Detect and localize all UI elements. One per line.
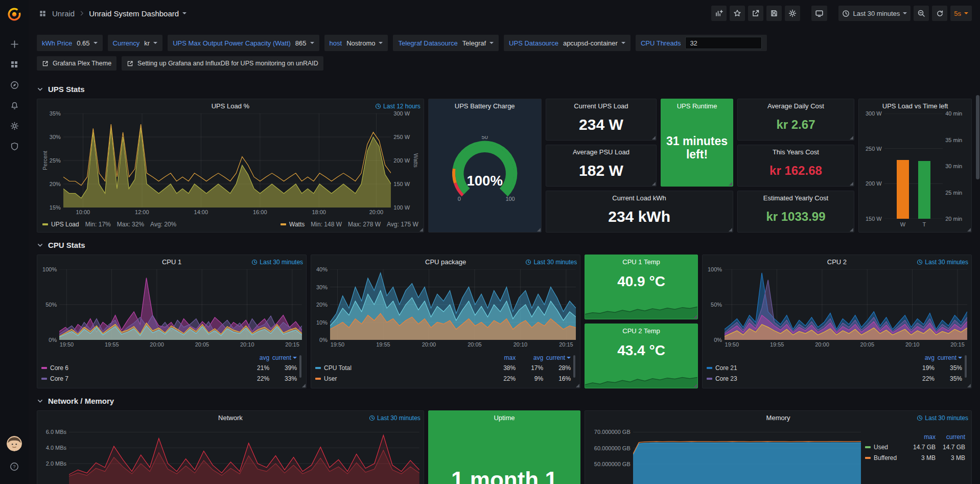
legend-scrollbar[interactable] [573,355,575,378]
chart-plot-area[interactable] [69,425,419,484]
panel-title[interactable]: Uptime [494,414,515,422]
add-panel-button[interactable] [711,6,727,21]
cpu1-chart[interactable]: 100%50%0%19:5019:5520:0020:0520:1020:15 [41,269,302,348]
variable-host[interactable]: host Nostromo [324,35,388,51]
variable-currency[interactable]: Currency kr [108,35,163,51]
variable-cpu-threads[interactable]: CPU Threads [636,35,767,51]
legend-row-user[interactable]: User 22% 9% 16% [315,373,571,384]
sort-caret-icon [958,357,962,359]
panel-title[interactable]: CPU package [425,258,466,266]
refresh-interval-picker[interactable]: 5s [950,6,972,21]
panel-time-override[interactable]: Last 30 minutes [251,259,303,266]
explore-compass-icon[interactable] [4,75,25,95]
cpu-threads-input[interactable] [685,37,762,49]
panel-title[interactable]: CPU 2 [827,258,847,266]
bar-t[interactable] [918,161,930,219]
legend-col-avg[interactable]: avg [516,354,543,361]
dashboards-icon[interactable] [4,54,25,75]
panel-title[interactable]: Current UPS Load [574,102,628,110]
bar-w[interactable] [897,160,909,219]
panel-title[interactable]: Current Load kWh [612,194,666,202]
legend-col-current[interactable]: current [935,354,962,361]
panel-title[interactable]: UPS Load vs Time left [882,102,948,110]
legend-row-core21[interactable]: Core 21 19% 35% [707,362,962,373]
legend-item-watts[interactable]: Watts Min: 148 W Max: 278 W Avg: 175 W [281,221,418,228]
section-ups-stats[interactable]: UPS Stats [29,78,980,99]
panel-title[interactable]: UPS Runtime [677,102,717,110]
grafana-logo-icon[interactable] [4,4,25,25]
share-dashboard-button[interactable] [748,6,763,21]
zoom-out-button[interactable] [914,6,929,21]
ups-load-chart[interactable]: Percent35%30%25%20%15%10:0012:0014:0016:… [41,113,419,216]
panel-time-override[interactable]: Last 30 minutes [917,259,968,266]
chart-plot-area[interactable] [633,425,861,484]
cycle-view-mode-button[interactable] [811,6,827,21]
legend-col-current[interactable]: current [269,354,297,361]
panel-title[interactable]: UPS Load % [212,102,249,110]
battery-charge-gauge[interactable]: 050100100% [433,113,537,228]
legend-item-ups-load[interactable]: UPS Load Min: 17% Max: 32% Avg: 20% [42,221,176,228]
link-ups-monitoring-guide[interactable]: Setting up Grafana and InfluxDB for UPS … [122,56,323,71]
help-question-icon[interactable]: ? [4,456,25,477]
chart-plot-area[interactable]: 19:5019:5520:0020:0520:1020:15 [330,269,576,340]
ups-load-vs-time-chart[interactable]: 300 W250 W200 W150 WWT40 min35 min30 min… [863,113,967,228]
legend-scrollbar[interactable] [299,355,301,378]
link-grafana-plex-theme[interactable]: Grafana Plex Theme [37,56,116,71]
variable-kwh-price[interactable]: kWh Price 0.65 [37,35,103,51]
panel-title[interactable]: This Years Cost [773,148,819,156]
legend-col-max[interactable]: max [906,433,936,441]
panel-time-override[interactable]: Last 30 minutes [369,414,421,422]
legend-col-max[interactable]: max [488,354,516,361]
legend-row-cpu-total[interactable]: CPU Total 38% 17% 28% [315,362,571,373]
variable-ups-max-output[interactable]: UPS Max Output Power Capacity (Watt) 865 [168,35,319,51]
panel-time-override[interactable]: Last 30 minutes [525,259,577,266]
panel-title[interactable]: UPS Battery Charge [455,102,515,110]
panel-time-override[interactable]: Last 30 minutes [917,414,968,422]
cpu-package-chart[interactable]: 40%30%20%10%0%19:5019:5520:0020:0520:102… [315,269,576,348]
apps-grid-icon[interactable] [37,8,48,19]
legend-col-avg[interactable]: avg [242,354,269,361]
cpu2-chart[interactable]: 100%50%0%19:5019:5520:0020:0520:1020:15 [707,269,967,348]
legend-row-core7[interactable]: Core 7 22% 33% [41,373,297,384]
dashboard-title-dropdown[interactable]: Unraid System Dashboard [89,9,186,18]
panel-time-override[interactable]: Last 12 hours [375,103,421,110]
time-range-picker[interactable]: Last 30 minutes [838,6,911,21]
configuration-gear-icon[interactable] [4,116,25,136]
refresh-button[interactable] [932,6,947,21]
panel-title[interactable]: Average PSU Load [573,148,629,156]
save-dashboard-button[interactable] [766,6,782,21]
create-plus-icon[interactable] [4,34,25,54]
alerting-bell-icon[interactable] [4,95,25,116]
section-network-memory[interactable]: Network / Memory [29,389,980,410]
legend-col-current[interactable]: current [936,433,965,441]
panel-title[interactable]: CPU 1 [162,258,181,266]
dashboard-settings-button[interactable] [785,6,800,21]
star-dashboard-button[interactable] [730,6,745,21]
legend-row-core6[interactable]: Core 6 21% 39% [41,362,297,373]
panel-title[interactable]: Estimated Yearly Cost [763,194,828,202]
chart-plot-area[interactable]: WT [884,113,943,219]
variable-ups-datasource[interactable]: UPS Datasource apcupsd-container [504,35,631,51]
legend-scrollbar[interactable] [965,355,967,378]
legend-col-current[interactable]: current [543,354,571,361]
panel-title[interactable]: Network [218,414,243,422]
legend-row-buffered[interactable]: Buffered 3 MB 3 MB [865,452,965,463]
legend-row-core23[interactable]: Core 23 22% 35% [707,373,962,384]
section-cpu-stats[interactable]: CPU Stats [29,234,980,255]
panel-title[interactable]: CPU 1 Temp [622,258,660,266]
legend-col-avg[interactable]: avg [907,354,935,361]
network-chart[interactable]: 6.0 MBs4.0 MBs2.0 MBs [41,425,419,484]
breadcrumb-folder[interactable]: Unraid [52,9,75,18]
server-admin-shield-icon[interactable] [4,136,25,156]
chart-plot-area[interactable]: 19:5019:5520:0020:0520:1020:15 [725,269,967,340]
chart-plot-area[interactable]: 10:0012:0014:0016:0018:0020:00 [63,113,391,208]
page-scrollbar[interactable] [976,95,979,179]
legend-row-used[interactable]: Used 14.7 GB 14.7 GB [865,442,965,452]
panel-title[interactable]: Memory [766,414,790,422]
panel-title[interactable]: CPU 2 Temp [622,327,660,335]
variable-telegraf-datasource[interactable]: Telegraf Datasource Telegraf [393,35,499,51]
chart-plot-area[interactable]: 19:5019:5520:0020:0520:1020:15 [59,269,302,340]
panel-title[interactable]: Average Daily Cost [767,102,824,110]
memory-chart[interactable]: 70.000000 GB60.000000 GB50.000000 GB [589,425,861,484]
user-avatar[interactable] [7,436,22,451]
